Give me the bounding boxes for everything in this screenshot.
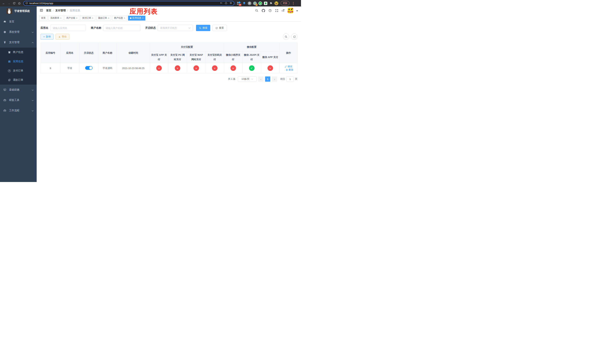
app-logo[interactable]: 芋道管理系统 (0, 7, 37, 16)
sidebar-item-workflow[interactable]: 工作流程 (0, 105, 37, 116)
sidebar-item-infra[interactable]: 基础设施 (0, 85, 37, 95)
close-icon[interactable]: × (92, 17, 93, 20)
sidebar-item-system[interactable]: 系统管理 (0, 27, 37, 37)
status-select[interactable]: 请选择开启状态 (158, 25, 193, 31)
chevron-down-icon (32, 99, 34, 102)
tab-refund-order[interactable]: 退款订单 × (96, 16, 111, 21)
tab-home[interactable]: 首页 (39, 16, 47, 21)
col-wx-jsapi: 微信 JSAPI 支付 (243, 51, 261, 63)
extension-gem-icon[interactable] (242, 1, 246, 5)
search-button[interactable]: 搜索 (196, 25, 210, 31)
refresh-table-button[interactable] (291, 33, 298, 40)
app-name-label: 应用名 (41, 26, 48, 30)
close-icon[interactable]: × (108, 17, 109, 20)
breadcrumb-pay[interactable]: 支付管理 (55, 9, 66, 12)
merchant-name-input[interactable] (103, 25, 140, 31)
wx-lite-status-icon: × (230, 65, 236, 71)
wx-app-status-icon: × (268, 65, 273, 71)
sidebar-item-devtools[interactable]: 研发工具 (0, 95, 37, 105)
site-info-icon[interactable] (26, 2, 28, 5)
chevron-down-icon (32, 31, 34, 33)
sidebar-item-refund-order[interactable]: 退款订单 (0, 75, 37, 85)
home-icon[interactable] (17, 1, 22, 6)
close-icon[interactable]: × (142, 17, 143, 20)
browser-profile-avatar[interactable] (275, 1, 278, 5)
search-icon (285, 35, 288, 38)
extension-doc-icon[interactable] (264, 1, 268, 5)
next-page-button[interactable]: › (272, 76, 277, 82)
sidebar-item-app-info[interactable]: 应用信息 (0, 57, 37, 66)
toolbox-icon (3, 99, 6, 102)
tab-pay-order[interactable]: 支付订单 × (80, 16, 95, 21)
tab-process-form[interactable]: 流程表单 × (49, 16, 63, 21)
breadcrumb-home[interactable]: 首页 (46, 9, 51, 12)
app-name-input[interactable] (50, 25, 86, 31)
search-icon[interactable] (255, 9, 258, 12)
bookmark-star-icon[interactable] (230, 2, 232, 5)
avatar-dropdown-icon[interactable] (296, 9, 298, 12)
page-number[interactable]: 1 (265, 76, 270, 82)
search-form: 应用名 商户名称 开启状态 请选择开启状态 搜索 (41, 25, 298, 31)
col-status: 开启状态 (79, 43, 98, 63)
sidebar-item-merchant-info[interactable]: 商户信息 (0, 48, 37, 57)
sidebar-item-pay[interactable]: ¥ 支付管理 (0, 37, 37, 48)
tab-app-info[interactable]: 应用信息 × (128, 16, 145, 21)
edit-link[interactable]: 修改 (285, 65, 292, 68)
page-size-select[interactable]: 10条/页 (238, 76, 257, 82)
export-button[interactable]: 导出 (55, 34, 69, 40)
reset-button[interactable]: 重置 (213, 25, 227, 31)
sidebar-item-pay-order[interactable]: ¥ 支付订单 (0, 66, 37, 75)
shop-icon (8, 51, 11, 54)
col-alipay-wap: 支付宝 WAP 网站支付 (187, 51, 206, 63)
pay-submenu: 商户信息 应用信息 ¥ 支 (0, 48, 37, 85)
help-icon[interactable] (268, 9, 272, 12)
forward-icon[interactable]: → (7, 1, 11, 6)
github-icon[interactable] (262, 9, 265, 12)
font-size-icon[interactable]: TT (281, 9, 285, 12)
merchant-name-label: 商户名称 (91, 26, 101, 30)
table-toolbar: + 新增 导出 (41, 33, 298, 40)
tab-user-group[interactable]: 用户分组 × (64, 16, 79, 21)
add-button[interactable]: + 新增 (41, 34, 54, 40)
browser-toolbar: ← → localhost:1024/pay/app (0, 0, 301, 7)
extension-target-icon[interactable]: 1 (253, 1, 257, 5)
password-key-icon[interactable] (220, 2, 223, 5)
close-icon[interactable]: × (76, 17, 77, 20)
close-icon[interactable]: × (124, 17, 125, 20)
col-alipay-pc: 支付宝 PC 网站支付 (168, 51, 187, 63)
tab-merchant-info[interactable]: 商户信息 × (112, 16, 127, 21)
chrome-update-button[interactable]: 更新 (281, 1, 290, 6)
col-create-time: 创建时间 (117, 43, 150, 63)
toggle-search-button[interactable] (283, 33, 289, 40)
share-icon[interactable] (225, 2, 227, 5)
user-avatar[interactable] (288, 8, 293, 13)
col-actions: 操作 (280, 43, 298, 63)
fullscreen-icon[interactable] (275, 9, 279, 12)
address-bar[interactable]: localhost:1024/pay/app (23, 1, 234, 6)
chevron-down-icon (188, 27, 191, 29)
extension-command-icon[interactable]: ⌘ (248, 1, 251, 5)
active-dot (130, 17, 131, 19)
extensions-puzzle-icon[interactable] (269, 1, 273, 5)
toolbox-icon (3, 109, 6, 112)
chevron-up-icon (32, 41, 34, 44)
col-wx-app: 微信 APP 支付 (261, 51, 280, 63)
search-icon (199, 27, 201, 29)
cell-app-name: 芋道 (60, 63, 79, 73)
prev-page-button[interactable]: ‹ (258, 76, 263, 82)
browser-menu-icon[interactable] (292, 2, 295, 5)
status-toggle[interactable] (85, 66, 93, 70)
pagination: 共 1 条 10条/页 ‹ 1 › 前往 页 (41, 76, 298, 82)
close-icon[interactable]: × (60, 17, 62, 20)
reload-icon[interactable] (12, 1, 16, 6)
back-icon[interactable]: ← (1, 1, 6, 6)
url-text[interactable]: localhost:1024/pay/app (29, 2, 218, 5)
extension-diamond-icon[interactable]: 10 (237, 1, 241, 5)
extension-yudao-icon[interactable]: y (258, 1, 262, 5)
sidebar-item-home[interactable]: 首页 (0, 16, 37, 27)
sidebar-collapse-icon[interactable] (40, 9, 43, 13)
goto-page-input[interactable] (286, 76, 294, 82)
total-count: 共 1 条 (228, 77, 236, 81)
chevron-down-icon (32, 88, 34, 91)
delete-link[interactable]: 删除 (286, 68, 293, 72)
